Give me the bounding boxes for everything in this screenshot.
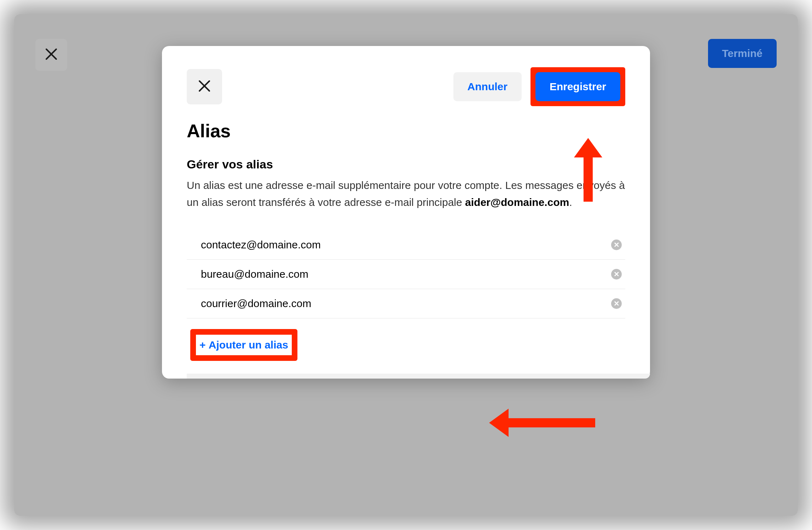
close-icon [45,45,58,64]
close-circle-icon: ✕ [614,300,620,307]
add-alias-label: Ajouter un alias [209,339,288,351]
modal-header: Annuler Enregistrer [187,67,625,106]
done-button-label: Terminé [722,47,762,59]
annotation-arrow-left [489,407,595,440]
alias-row: bureau@domaine.com ✕ [187,260,625,289]
done-button[interactable]: Terminé [708,39,777,68]
delete-alias-button[interactable]: ✕ [611,240,622,250]
cancel-button-label: Annuler [468,81,508,92]
add-alias-row: + Ajouter un alias [187,329,625,361]
close-circle-icon: ✕ [614,241,620,248]
save-button-label: Enregistrer [550,81,606,92]
alias-row: courrier@domaine.com ✕ [187,289,625,318]
description-period: . [569,196,572,208]
description-text: Un alias est une adresse e-mail suppléme… [187,177,625,211]
annotation-highlight-add: + Ajouter un alias [190,329,297,361]
save-button[interactable]: Enregistrer [535,72,620,101]
alias-email: courrier@domaine.com [201,298,311,310]
modal-title: Alias [187,120,625,142]
plus-icon: + [199,339,209,351]
delete-alias-button[interactable]: ✕ [611,298,622,309]
close-circle-icon: ✕ [614,271,620,278]
description-email: aider@domaine.com [465,196,569,208]
svg-marker-5 [489,409,595,437]
close-icon [198,77,211,96]
close-button[interactable] [35,39,67,71]
cancel-button[interactable]: Annuler [453,72,522,101]
alias-email: bureau@domaine.com [201,268,308,280]
annotation-highlight-save: Enregistrer [530,67,625,106]
delete-alias-button[interactable]: ✕ [611,269,622,280]
alias-list: contactez@domaine.com ✕ bureau@domaine.c… [187,230,625,318]
alias-email: contactez@domaine.com [201,239,321,251]
svg-marker-4 [574,138,602,202]
scrollbar-track [187,374,650,379]
add-alias-button[interactable]: + Ajouter un alias [199,339,288,351]
modal-close-button[interactable] [187,69,222,104]
alias-row: contactez@domaine.com ✕ [187,230,625,260]
section-title: Gérer vos alias [187,157,625,171]
alias-modal: Annuler Enregistrer Alias Gérer vos alia… [162,46,650,379]
app-window: Terminé Annuler Enregistrer [14,14,798,516]
modal-header-actions: Annuler Enregistrer [453,67,625,106]
annotation-arrow-up [572,138,604,202]
